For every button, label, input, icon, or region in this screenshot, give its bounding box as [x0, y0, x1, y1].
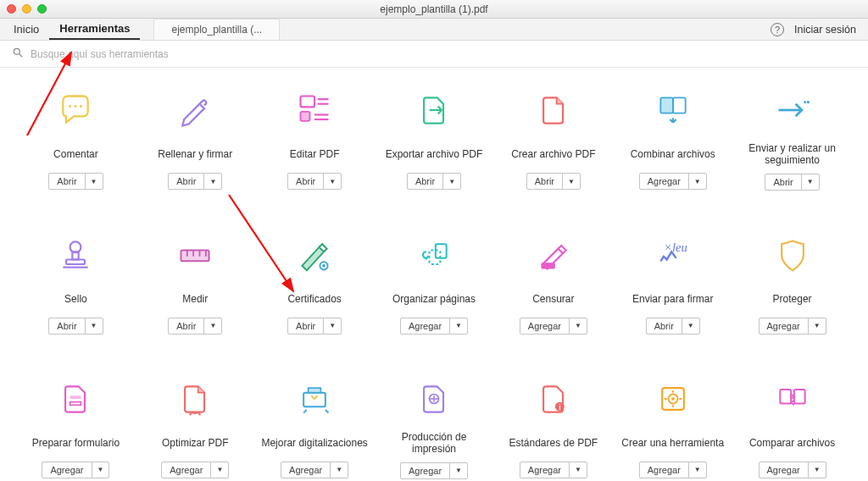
- chevron-down-icon[interactable]: ▼: [809, 462, 826, 478]
- help-icon[interactable]: ?: [771, 23, 784, 36]
- svg-point-27: [322, 264, 326, 268]
- tool-action-button[interactable]: Abrir ▼: [765, 174, 819, 191]
- tool-sello: Sello Abrir ▼: [20, 235, 131, 334]
- enviar-seguimiento-icon[interactable]: [774, 90, 811, 130]
- tool-action-button[interactable]: Abrir ▼: [48, 173, 103, 190]
- censurar-icon[interactable]: [535, 235, 572, 275]
- tool-label: Sello: [64, 287, 87, 311]
- chevron-down-icon[interactable]: ▼: [443, 174, 460, 189]
- tool-label: Certificados: [287, 287, 341, 311]
- tool-action-button[interactable]: Abrir ▼: [168, 173, 222, 190]
- editar-icon[interactable]: [296, 90, 333, 130]
- tool-action-button[interactable]: Agregar ▼: [639, 462, 707, 478]
- svg-rect-37: [309, 388, 321, 393]
- preparar-icon[interactable]: [57, 379, 94, 419]
- tool-proteger: Proteger Agregar ▼: [737, 235, 848, 334]
- tool-rellenar: Rellenar y firmar Abrir ▼: [140, 90, 251, 191]
- chevron-down-icon[interactable]: ▼: [324, 318, 341, 334]
- chevron-down-icon[interactable]: ▼: [324, 174, 341, 189]
- tool-action-button[interactable]: Agregar ▼: [759, 318, 826, 334]
- tab-tools[interactable]: Herramientas: [49, 19, 140, 40]
- crear-herramienta-icon[interactable]: [654, 379, 692, 419]
- tool-label: Producción de impresión: [379, 431, 490, 456]
- svg-rect-30: [541, 263, 555, 268]
- certificados-icon[interactable]: [296, 235, 333, 275]
- chevron-down-icon[interactable]: ▼: [802, 174, 819, 190]
- tool-label: Rellenar y firmar: [158, 142, 232, 166]
- svg-point-0: [14, 48, 19, 54]
- chevron-down-icon[interactable]: ▼: [570, 318, 587, 334]
- tab-document[interactable]: ejemplo_plantilla (...: [153, 19, 280, 40]
- chevron-down-icon[interactable]: ▼: [570, 462, 587, 478]
- tool-label: Medir: [182, 287, 208, 311]
- tool-estandares: i Estándares de PDF Agregar ▼: [498, 379, 609, 479]
- tool-action-button[interactable]: Abrir ▼: [526, 173, 581, 190]
- tool-crear-herramienta: Crear una herramienta Agregar ▼: [617, 379, 728, 479]
- mejorar-icon[interactable]: [296, 379, 333, 419]
- comparar-icon[interactable]: [774, 379, 811, 419]
- svg-rect-12: [673, 97, 686, 113]
- tool-action-button[interactable]: Abrir ▼: [646, 318, 700, 334]
- chevron-down-icon[interactable]: ▼: [331, 462, 348, 478]
- tool-label: Exportar archivo PDF: [386, 142, 483, 166]
- chevron-down-icon[interactable]: ▼: [809, 318, 826, 334]
- tool-action-button[interactable]: Agregar ▼: [520, 462, 587, 478]
- tool-action-button[interactable]: Agregar ▼: [520, 318, 587, 334]
- chevron-down-icon[interactable]: ▼: [86, 318, 103, 334]
- tool-action-button[interactable]: Abrir ▼: [407, 173, 461, 190]
- chevron-down-icon[interactable]: ▼: [682, 318, 699, 334]
- enviar-firmar-icon[interactable]: ×leu: [654, 235, 692, 275]
- chevron-down-icon[interactable]: ▼: [204, 174, 221, 189]
- chevron-down-icon[interactable]: ▼: [204, 318, 221, 334]
- exportar-icon[interactable]: [415, 90, 453, 130]
- tool-action-button[interactable]: Agregar ▼: [400, 318, 468, 334]
- tool-action-button[interactable]: Agregar ▼: [42, 462, 109, 478]
- estandares-icon[interactable]: i: [535, 379, 572, 419]
- chevron-down-icon[interactable]: ▼: [689, 174, 706, 189]
- chevron-down-icon[interactable]: ▼: [689, 462, 706, 478]
- medir-icon[interactable]: [176, 235, 214, 275]
- sello-icon[interactable]: [57, 235, 94, 275]
- tool-label: Combinar archivos: [631, 142, 715, 166]
- tool-action-button[interactable]: Abrir ▼: [287, 318, 342, 334]
- rellenar-icon[interactable]: [176, 90, 214, 130]
- tool-label: Preparar formulario: [32, 431, 120, 455]
- tool-label: Enviar para firmar: [632, 287, 713, 311]
- tool-comparar: Comparar archivos Agregar ▼: [737, 379, 848, 479]
- crear-icon[interactable]: [535, 90, 572, 130]
- svg-rect-21: [181, 250, 209, 261]
- tool-action-button[interactable]: Agregar ▼: [759, 462, 826, 478]
- chevron-down-icon[interactable]: ▼: [86, 174, 103, 189]
- chevron-down-icon[interactable]: ▼: [563, 174, 580, 189]
- tool-optimizar: Optimizar PDF Agregar ▼: [140, 379, 251, 479]
- optimizar-icon[interactable]: [176, 379, 214, 419]
- tool-action-button[interactable]: Abrir ▼: [287, 173, 342, 190]
- comentar-icon[interactable]: [57, 90, 94, 130]
- proteger-icon[interactable]: [774, 235, 811, 275]
- tab-home[interactable]: Inicio: [3, 19, 49, 40]
- tool-action-button[interactable]: Abrir ▼: [48, 318, 103, 334]
- chevron-down-icon[interactable]: ▼: [450, 318, 467, 334]
- chevron-down-icon[interactable]: ▼: [92, 462, 109, 478]
- tool-action-button[interactable]: Agregar ▼: [281, 462, 348, 478]
- search-input[interactable]: [31, 48, 336, 60]
- signin-link[interactable]: Iniciar sesión: [794, 24, 856, 36]
- tool-label: Comparar archivos: [749, 431, 835, 455]
- svg-text:i: i: [559, 404, 560, 412]
- tool-action-button[interactable]: Agregar ▼: [400, 462, 468, 479]
- searchbar: [0, 41, 868, 68]
- chevron-down-icon[interactable]: ▼: [211, 462, 228, 478]
- tool-action-button[interactable]: Agregar ▼: [161, 462, 229, 478]
- svg-rect-44: [780, 390, 791, 404]
- tool-action-button[interactable]: Abrir ▼: [168, 318, 222, 334]
- tool-combinar: Combinar archivos Agregar ▼: [617, 90, 728, 191]
- chevron-down-icon[interactable]: ▼: [450, 463, 467, 478]
- produccion-icon[interactable]: [415, 379, 453, 419]
- organizar-icon[interactable]: [415, 235, 453, 275]
- tool-label: Comentar: [53, 142, 98, 166]
- svg-point-14: [804, 101, 806, 103]
- svg-rect-32: [70, 395, 81, 399]
- tool-action-button[interactable]: Agregar ▼: [639, 173, 707, 190]
- svg-point-35: [198, 413, 201, 416]
- combinar-icon[interactable]: [654, 90, 692, 130]
